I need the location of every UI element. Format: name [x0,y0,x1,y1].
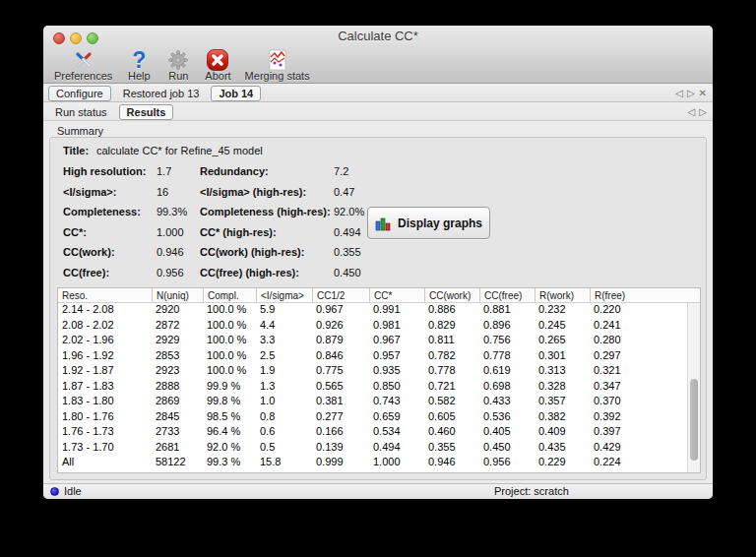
cell-isigma: 0.5 [256,441,312,457]
run-button[interactable]: Run [158,47,198,82]
cell-isigma: 2.5 [256,349,312,365]
job-tab-bar: Configure Restored job 13 Job 14 ◁ ▷ ✕ [43,85,713,102]
cell-compl: 100.0 % [203,349,256,365]
column-header[interactable]: CC(work) [424,288,479,302]
table-row[interactable]: 1.76 - 1.73 2733 96.4 % 0.6 0.166 0.534 … [58,425,687,441]
field-label-highres: CC* (high-res): [200,226,277,238]
table-row[interactable]: 1.96 - 1.92 2853 100.0 % 2.5 0.846 0.957… [58,349,687,365]
table-row[interactable]: All 58122 99.3 % 15.8 0.999 1.000 0.946 … [58,456,687,471]
subtab-scroll-right-icon[interactable]: ▷ [699,107,707,117]
preferences-tools-icon [71,47,96,72]
cell-ccstar: 0.967 [369,334,424,349]
cell-compl: 100.0 % [203,364,256,380]
column-header[interactable]: Reso. [58,288,152,302]
subtab-scroll-left-icon[interactable]: ◁ [688,107,696,117]
field-label: CC*: [63,226,87,238]
table-row[interactable]: 1.87 - 1.83 2888 99.9 % 1.3 0.565 0.850 … [58,380,687,396]
cell-rfree: 0.370 [590,395,687,410]
tab-nav-controls: ◁ ▷ ✕ [675,89,707,98]
preferences-button[interactable]: Preferences [47,47,119,82]
column-header[interactable]: Compl. [203,288,256,302]
tab-close-icon[interactable]: ✕ [699,89,707,98]
tab-job-14[interactable]: Job 14 [211,86,261,101]
status-bar: Idle Project: scratch [43,483,713,499]
tab-scroll-left-icon[interactable]: ◁ [675,89,683,98]
merging-stats-chart-icon [265,47,290,72]
column-header[interactable]: CC* [369,288,424,302]
subtab-nav-controls: ◁ ▷ [688,107,707,117]
table-row[interactable]: 2.02 - 1.96 2929 100.0 % 3.3 0.879 0.967… [58,334,687,349]
toolbar-item-label: Merging stats [245,70,310,82]
cell-ccwork: 0.721 [424,380,479,396]
cell-cchalf: 0.846 [312,349,369,365]
cell-isigma: 1.9 [256,364,312,380]
cell-ccwork: 0.778 [424,364,479,380]
cell-cchalf: 0.879 [312,334,369,349]
table-scrollbar[interactable] [687,303,700,472]
result-tab-bar: Run status Results ◁ ▷ [43,103,713,121]
column-header[interactable]: R(work) [535,288,590,302]
abort-button[interactable]: Abort [198,47,237,82]
table-row[interactable]: 2.14 - 2.08 2920 100.0 % 5.9 0.967 0.991… [58,303,687,319]
cell-cchalf: 0.926 [312,319,369,335]
field-label-highres: Redundancy: [200,165,269,177]
cell-ccfree: 0.956 [479,456,535,471]
cell-cchalf: 0.999 [312,456,369,471]
cell-rwork: 0.245 [535,319,590,335]
cell-rfree: 0.392 [590,410,687,426]
column-header[interactable]: N(uniq) [152,288,203,302]
cell-reso: 1.87 - 1.83 [58,380,152,396]
summary-group-label: Summary [57,125,103,137]
field-value: 1.000 [157,226,184,238]
column-header[interactable]: CC1/2 [312,288,369,302]
table-row[interactable]: 1.83 - 1.80 2869 99.8 % 1.0 0.381 0.743 … [58,395,687,410]
cell-rfree: 0.224 [590,456,687,471]
field-value: 99.3% [157,206,187,217]
tab-configure[interactable]: Configure [48,86,111,101]
column-header[interactable]: CC(free) [479,288,535,302]
cell-cchalf: 0.967 [312,303,369,319]
table-row[interactable]: 1.92 - 1.87 2923 100.0 % 1.9 0.775 0.935… [58,364,687,380]
summary-field-row: CC(work): 0.946 CC(work) (high-res): 0.3… [50,246,700,267]
title-bar[interactable]: Calculate CC* [43,26,713,47]
bar-chart-icon [375,216,391,231]
summary-field-row: High resolution: 1.7 Redundancy: 7.2 [50,165,700,186]
cell-rfree: 0.220 [590,303,687,319]
cell-ccstar: 0.850 [369,380,424,396]
table-row[interactable]: 2.08 - 2.02 2872 100.0 % 4.4 0.926 0.981… [58,319,687,335]
tab-scroll-right-icon[interactable]: ▷ [687,89,695,98]
cell-cchalf: 0.277 [312,410,369,426]
summary-field-row: CC(free): 0.956 CC(free) (high-res): 0.4… [50,267,700,287]
window-chrome: Calculate CC* Preferen [43,26,713,84]
cell-ccfree: 0.896 [479,319,535,335]
cell-nuniq: 2733 [152,425,203,441]
tab-results[interactable]: Results [119,104,174,120]
cell-ccfree: 0.405 [479,425,535,441]
display-graphs-button[interactable]: Display graphs [367,207,490,239]
cell-ccfree: 0.756 [479,334,535,349]
tab-restored-job-13[interactable]: Restored job 13 [116,87,207,100]
help-button[interactable]: ? Help [119,47,158,82]
merging-stats-button[interactable]: Merging stats [238,47,317,82]
table-scrollbar-thumb[interactable] [690,379,698,461]
field-value-highres: 0.494 [334,226,361,238]
column-header[interactable]: <I/sigma> [256,288,312,302]
column-header[interactable]: R(free) [590,288,700,302]
status-text: Idle [64,485,82,497]
cell-nuniq: 2853 [152,349,203,365]
cell-rwork: 0.232 [535,303,590,319]
title-label: Title: [63,145,89,156]
tab-run-status[interactable]: Run status [48,105,114,119]
cell-nuniq: 2872 [152,319,203,335]
cell-reso: 1.96 - 1.92 [58,349,152,365]
statistics-table: Reso.N(uniq)Compl.<I/sigma>CC1/2CC*CC(wo… [57,287,701,473]
run-gear-icon [165,47,191,72]
cell-ccstar: 0.534 [369,425,424,441]
cell-reso: 2.02 - 1.96 [58,334,152,349]
cell-compl: 96.4 % [203,425,256,441]
table-row[interactable]: 1.73 - 1.70 2681 92.0 % 0.5 0.139 0.494 … [58,441,687,457]
cell-ccstar: 1.000 [369,456,424,471]
table-row[interactable]: 1.80 - 1.76 2845 98.5 % 0.8 0.277 0.659 … [58,410,687,426]
cell-rwork: 0.435 [535,441,590,457]
cell-isigma: 1.0 [256,395,312,410]
